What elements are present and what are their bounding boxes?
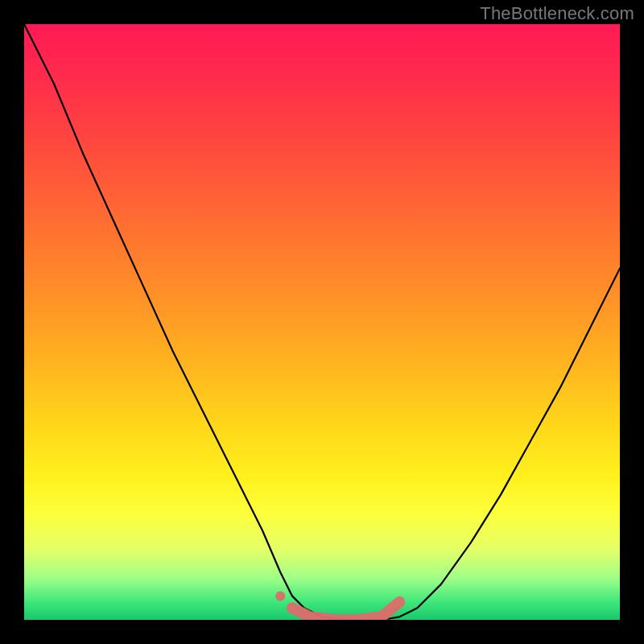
bottom-marker-dot xyxy=(275,591,285,601)
bottom-marker xyxy=(292,602,399,620)
watermark-text: TheBottleneck.com xyxy=(480,3,634,24)
plot-svg xyxy=(24,24,620,620)
chart-stage: TheBottleneck.com xyxy=(0,0,644,644)
plot-area xyxy=(24,24,620,620)
curve-line xyxy=(24,24,620,620)
